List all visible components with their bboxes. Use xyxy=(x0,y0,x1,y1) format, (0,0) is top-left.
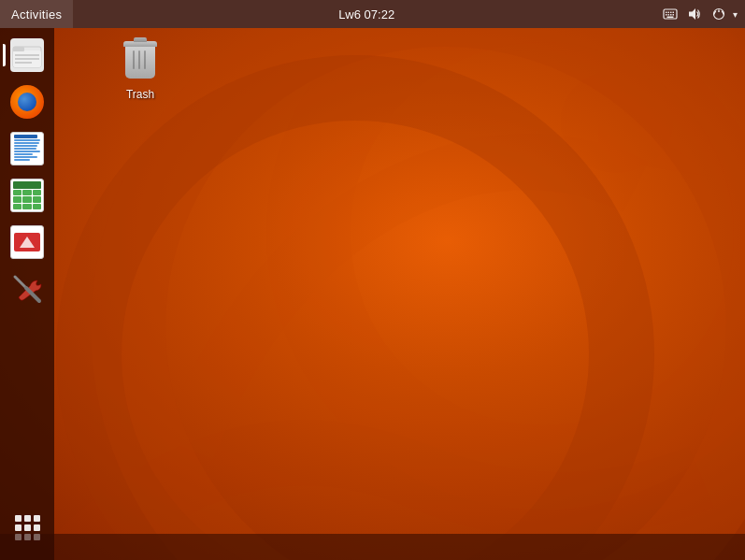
calc-icon xyxy=(10,179,44,212)
svg-rect-18 xyxy=(15,54,39,56)
trash-icon-image xyxy=(118,39,163,84)
taskbar-bottom xyxy=(0,534,745,560)
keyboard-icon[interactable] xyxy=(660,4,681,24)
dock-item-calc[interactable] xyxy=(6,174,49,217)
system-menu-icon[interactable] xyxy=(709,4,729,24)
desktop-icons-area: Trash xyxy=(54,28,745,560)
activities-button[interactable]: Activities xyxy=(0,0,73,28)
svg-rect-5 xyxy=(666,14,667,16)
dock-item-impress[interactable] xyxy=(6,221,49,264)
panel-datetime[interactable]: Lw6 07:22 xyxy=(73,7,660,22)
svg-rect-3 xyxy=(670,12,672,14)
trash-label: Trash xyxy=(126,88,154,101)
svg-rect-6 xyxy=(668,14,670,16)
svg-rect-8 xyxy=(673,14,675,16)
dock-item-firefox[interactable] xyxy=(6,80,49,123)
impress-icon xyxy=(10,225,44,259)
svg-rect-17 xyxy=(13,47,24,51)
svg-marker-10 xyxy=(689,8,695,20)
svg-rect-1 xyxy=(666,12,667,14)
dock-item-writer[interactable] xyxy=(6,127,49,170)
svg-rect-9 xyxy=(667,17,674,19)
writer-icon xyxy=(10,132,44,165)
dock-item-files[interactable] xyxy=(6,34,49,77)
tools-icon xyxy=(10,272,44,306)
trash-desktop-icon[interactable]: Trash xyxy=(103,36,178,105)
svg-rect-4 xyxy=(673,12,675,14)
volume-icon[interactable] xyxy=(684,4,705,24)
dock xyxy=(0,28,54,560)
dock-item-tools[interactable] xyxy=(6,267,49,310)
svg-rect-2 xyxy=(668,12,670,14)
svg-rect-20 xyxy=(15,62,32,64)
firefox-icon xyxy=(10,85,44,119)
panel-dropdown-arrow[interactable]: ▾ xyxy=(733,9,738,20)
top-panel: Activities Lw6 07:22 xyxy=(0,0,745,28)
files-icon xyxy=(10,38,44,72)
svg-rect-7 xyxy=(670,14,672,16)
panel-system-icons: ▾ xyxy=(660,4,745,24)
svg-rect-19 xyxy=(15,58,39,60)
